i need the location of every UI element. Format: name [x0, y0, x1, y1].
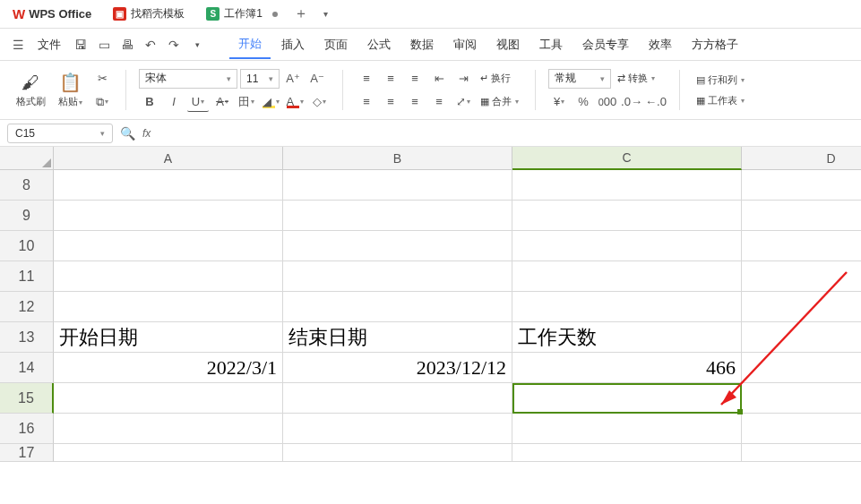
redo-icon[interactable]: ↷ — [163, 34, 185, 56]
cell[interactable] — [283, 261, 512, 292]
menu-efficiency[interactable]: 效率 — [640, 31, 681, 58]
cell[interactable] — [512, 414, 742, 444]
formula-input[interactable] — [158, 124, 854, 142]
cell[interactable] — [512, 292, 742, 322]
orient-button[interactable]: ⤢▾ — [452, 92, 474, 112]
bold-button[interactable]: B — [139, 92, 160, 112]
row-header[interactable]: 8 — [0, 170, 54, 201]
clear-format-button[interactable]: ◇▾ — [308, 92, 330, 112]
cell[interactable] — [283, 201, 512, 231]
cell[interactable] — [54, 414, 283, 444]
dec-decimal-button[interactable]: ←.0 — [645, 92, 667, 112]
add-tab-button[interactable]: ＋ — [290, 4, 312, 25]
format-painter-button[interactable]: 🖌 格式刷 — [13, 73, 48, 108]
align-top-button[interactable]: ≡ — [356, 69, 377, 89]
paste-button[interactable]: 📋 粘贴▾ — [52, 72, 88, 108]
cell-C14[interactable]: 466 — [512, 353, 742, 383]
indent-dec-button[interactable]: ⇤ — [428, 69, 450, 89]
cell[interactable] — [283, 414, 512, 444]
cell[interactable] — [742, 231, 861, 261]
border-button[interactable]: 田▾ — [236, 92, 257, 112]
cell[interactable] — [742, 261, 861, 292]
hamburger-icon[interactable]: ☰ — [7, 34, 29, 56]
cut-button[interactable]: ✂ — [91, 69, 113, 89]
cell[interactable] — [742, 444, 861, 462]
cell[interactable] — [742, 322, 861, 353]
menu-member[interactable]: 会员专享 — [573, 31, 638, 58]
comma-button[interactable]: 000 — [597, 92, 618, 112]
wrap-button[interactable]: ↵换行 — [477, 70, 514, 87]
fx-icon[interactable]: fx — [142, 127, 151, 140]
cell-A14[interactable]: 2022/3/1 — [54, 353, 283, 383]
cell[interactable] — [742, 170, 861, 201]
cell[interactable] — [283, 292, 512, 322]
cell[interactable] — [512, 383, 742, 414]
font-size-select[interactable]: 11▾ — [240, 69, 280, 89]
align-center-button[interactable]: ≡ — [380, 92, 401, 112]
col-header-A[interactable]: A — [54, 147, 283, 170]
cell[interactable] — [283, 231, 512, 261]
row-header[interactable]: 17 — [0, 444, 54, 462]
align-right-button[interactable]: ≡ — [404, 92, 426, 112]
menu-page[interactable]: 页面 — [315, 31, 357, 58]
font-name-select[interactable]: 宋体▾ — [139, 69, 237, 89]
font-color-button[interactable]: A▾ — [284, 92, 306, 112]
cell[interactable] — [512, 261, 742, 292]
layout-icon[interactable]: ▭ — [93, 34, 115, 56]
row-header[interactable]: 9 — [0, 201, 54, 231]
cell-B13[interactable]: 结束日期 — [283, 322, 512, 353]
undo-icon[interactable]: ↶ — [140, 34, 161, 56]
cell[interactable] — [54, 201, 283, 231]
menu-formula[interactable]: 公式 — [358, 31, 400, 58]
row-header[interactable]: 15 — [0, 383, 54, 414]
save-icon[interactable]: 🖫 — [70, 34, 91, 56]
col-header-C[interactable]: C — [512, 147, 742, 170]
print-icon[interactable]: 🖶 — [116, 34, 138, 56]
underline-button[interactable]: U▾ — [187, 92, 209, 112]
tab-menu-button[interactable]: ▾ — [315, 4, 337, 25]
menu-data[interactable]: 数据 — [401, 31, 443, 58]
cell[interactable] — [742, 414, 861, 444]
cell[interactable] — [512, 231, 742, 261]
align-left-button[interactable]: ≡ — [356, 92, 377, 112]
menu-view[interactable]: 视图 — [487, 31, 529, 58]
select-all-triangle[interactable] — [0, 147, 54, 170]
cell[interactable] — [742, 292, 861, 322]
menu-tools[interactable]: 工具 — [530, 31, 572, 58]
copy-button[interactable]: ⧉▾ — [91, 92, 113, 112]
cell[interactable] — [54, 444, 283, 462]
col-header-D[interactable]: D — [742, 147, 861, 170]
shrink-font-button[interactable]: A⁻ — [306, 69, 328, 89]
menu-start[interactable]: 开始 — [229, 30, 271, 59]
convert-button[interactable]: ⇄转换▾ — [614, 70, 659, 87]
cell[interactable] — [54, 261, 283, 292]
cell[interactable] — [283, 170, 512, 201]
fill-color-button[interactable]: ◢▾ — [260, 92, 281, 112]
dropdown-icon[interactable]: ▾ — [186, 34, 208, 56]
align-middle-button[interactable]: ≡ — [380, 69, 401, 89]
cell[interactable] — [54, 383, 283, 414]
merge-button[interactable]: ▦合并▾ — [477, 93, 522, 110]
cell[interactable] — [54, 292, 283, 322]
row-header[interactable]: 16 — [0, 414, 54, 444]
col-header-B[interactable]: B — [283, 147, 512, 170]
rowcol-button[interactable]: ▤行和列▾ — [693, 72, 748, 89]
menu-insert[interactable]: 插入 — [272, 31, 314, 58]
percent-button[interactable]: % — [573, 92, 594, 112]
indent-inc-button[interactable]: ⇥ — [452, 69, 474, 89]
cell[interactable] — [512, 170, 742, 201]
cell-B14[interactable]: 2023/12/12 — [283, 353, 512, 383]
cell[interactable] — [742, 201, 861, 231]
cell[interactable] — [283, 383, 512, 414]
cell[interactable] — [512, 444, 742, 462]
currency-button[interactable]: ¥▾ — [548, 92, 570, 112]
search-icon[interactable]: 🔍 — [120, 126, 135, 141]
tab-workbook[interactable]: S 工作簿1 — [197, 3, 287, 26]
cell[interactable] — [742, 353, 861, 383]
cell-C13[interactable]: 工作天数 — [512, 322, 742, 353]
worksheet-button[interactable]: ▦工作表▾ — [693, 92, 748, 109]
inc-decimal-button[interactable]: .0→ — [621, 92, 642, 112]
row-header[interactable]: 10 — [0, 231, 54, 261]
row-header[interactable]: 13 — [0, 322, 54, 353]
italic-button[interactable]: I — [163, 92, 185, 112]
